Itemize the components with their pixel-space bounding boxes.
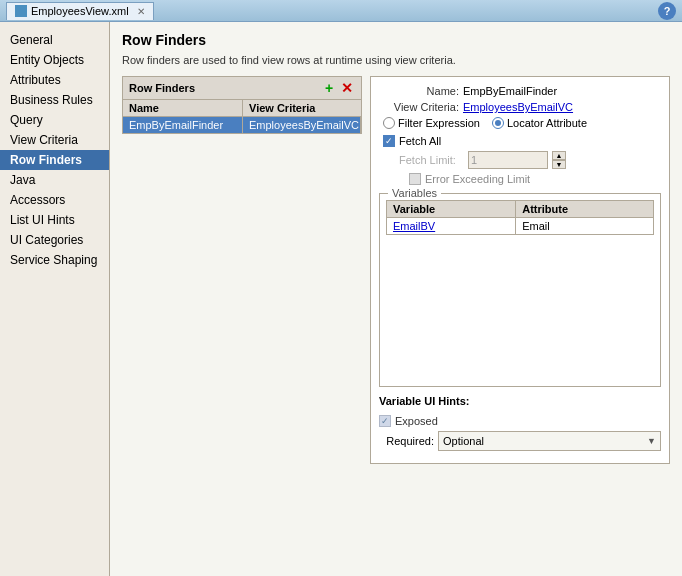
- title-tab[interactable]: EmployeesView.xml ✕: [6, 2, 154, 20]
- col-header-name: Name: [123, 100, 243, 116]
- radio-locator-label: Locator Attribute: [507, 117, 587, 129]
- file-icon: [15, 5, 27, 17]
- var-col-attribute: Attribute: [516, 201, 654, 218]
- radio-filter-label: Filter Expression: [398, 117, 480, 129]
- spinner-up[interactable]: ▲: [552, 151, 566, 160]
- name-label: Name:: [379, 85, 459, 97]
- table-header: Name View Criteria: [123, 100, 361, 117]
- radio-row: Filter Expression Locator Attribute: [379, 117, 661, 129]
- remove-row-finder-button[interactable]: ✕: [339, 80, 355, 96]
- left-panel: Row Finders + ✕ Name View Criteria EmpBy…: [122, 76, 362, 464]
- radio-filter-circle: [383, 117, 395, 129]
- sidebar-item-query[interactable]: Query: [0, 110, 109, 130]
- help-button[interactable]: ?: [658, 2, 676, 20]
- sidebar-item-business-rules[interactable]: Business Rules: [0, 90, 109, 110]
- content-area: Row Finders Row finders are used to find…: [110, 22, 682, 576]
- row-finders-table: Name View Criteria EmpByEmailFinder Empl…: [122, 100, 362, 134]
- name-field-row: Name: EmpByEmailFinder: [379, 85, 661, 97]
- radio-locator-attribute[interactable]: Locator Attribute: [492, 117, 587, 129]
- title-bar: EmployeesView.xml ✕ ?: [0, 0, 682, 22]
- vc-link[interactable]: EmployeesByEmailVC: [463, 101, 573, 113]
- radio-filter-expression[interactable]: Filter Expression: [383, 117, 480, 129]
- required-select[interactable]: Optional ▼: [438, 431, 661, 451]
- finder-name-cell: EmpByEmailFinder: [123, 117, 243, 133]
- sidebar-item-accessors[interactable]: Accessors: [0, 190, 109, 210]
- exposed-row: Exposed: [379, 415, 661, 427]
- sidebar-item-view-criteria[interactable]: View Criteria: [0, 130, 109, 150]
- sidebar-item-row-finders[interactable]: Row Finders: [0, 150, 109, 170]
- fetch-all-row: Fetch All: [379, 135, 661, 147]
- variables-table: Variable Attribute EmailBV Email: [386, 200, 654, 235]
- var-row[interactable]: EmailBV Email: [387, 218, 654, 235]
- page-description: Row finders are used to find view rows a…: [122, 54, 670, 66]
- sidebar-item-list-ui-hints[interactable]: List UI Hints: [0, 210, 109, 230]
- page-title: Row Finders: [122, 32, 670, 48]
- exposed-checkbox[interactable]: [379, 415, 391, 427]
- panels-row: Row Finders + ✕ Name View Criteria EmpBy…: [122, 76, 670, 464]
- fetch-limit-spinner[interactable]: ▲ ▼: [552, 151, 566, 169]
- panel-header-title: Row Finders: [129, 82, 321, 94]
- exposed-label: Exposed: [395, 415, 438, 427]
- hints-title-row: Variable UI Hints:: [379, 395, 661, 411]
- variables-legend: Variables: [388, 187, 441, 199]
- vc-label: View Criteria:: [379, 101, 459, 113]
- radio-locator-circle: [492, 117, 504, 129]
- sidebar-item-entity-objects[interactable]: Entity Objects: [0, 50, 109, 70]
- hints-section: Variable UI Hints: Exposed Required: Opt…: [379, 395, 661, 451]
- panel-header-btns: + ✕: [321, 80, 355, 96]
- variables-table-wrapper: Variable Attribute EmailBV Email: [386, 200, 654, 380]
- hints-title: Variable UI Hints:: [379, 395, 469, 407]
- error-row: Error Exceeding Limit: [379, 173, 661, 185]
- var-variable-link[interactable]: EmailBV: [393, 220, 435, 232]
- variables-section: Variables Variable Attribute: [379, 193, 661, 387]
- main-layout: GeneralEntity ObjectsAttributesBusiness …: [0, 22, 682, 576]
- sidebar: GeneralEntity ObjectsAttributesBusiness …: [0, 22, 110, 576]
- sidebar-item-service-shaping[interactable]: Service Shaping: [0, 250, 109, 270]
- sidebar-item-java[interactable]: Java: [0, 170, 109, 190]
- required-select-value: Optional: [443, 435, 484, 447]
- close-tab-icon[interactable]: ✕: [137, 6, 145, 17]
- required-label: Required:: [379, 435, 434, 447]
- add-row-finder-button[interactable]: +: [321, 80, 337, 96]
- fetch-all-checkbox[interactable]: [383, 135, 395, 147]
- fetch-limit-label: Fetch Limit:: [399, 154, 464, 166]
- panel-header: Row Finders + ✕: [122, 76, 362, 100]
- sidebar-item-attributes[interactable]: Attributes: [0, 70, 109, 90]
- name-value: EmpByEmailFinder: [463, 85, 557, 97]
- fetch-limit-row: Fetch Limit: ▲ ▼: [379, 151, 661, 169]
- tab-label: EmployeesView.xml: [31, 5, 129, 17]
- error-limit-checkbox[interactable]: [409, 173, 421, 185]
- var-cell-variable: EmailBV: [387, 218, 516, 235]
- sidebar-item-ui-categories[interactable]: UI Categories: [0, 230, 109, 250]
- col-header-vc: View Criteria: [243, 100, 361, 116]
- finder-vc-cell: EmployeesByEmailVC: [243, 117, 361, 133]
- fetch-limit-input[interactable]: [468, 151, 548, 169]
- fetch-all-label: Fetch All: [399, 135, 441, 147]
- error-limit-label: Error Exceeding Limit: [425, 173, 530, 185]
- var-col-variable: Variable: [387, 201, 516, 218]
- sidebar-item-general[interactable]: General: [0, 30, 109, 50]
- table-row[interactable]: EmpByEmailFinder EmployeesByEmailVC: [123, 117, 361, 133]
- select-arrow-icon: ▼: [647, 436, 656, 446]
- required-row: Required: Optional ▼: [379, 431, 661, 451]
- spinner-down[interactable]: ▼: [552, 160, 566, 169]
- var-cell-attribute: Email: [516, 218, 654, 235]
- vc-field-row: View Criteria: EmployeesByEmailVC: [379, 101, 661, 113]
- right-panel: Name: EmpByEmailFinder View Criteria: Em…: [370, 76, 670, 464]
